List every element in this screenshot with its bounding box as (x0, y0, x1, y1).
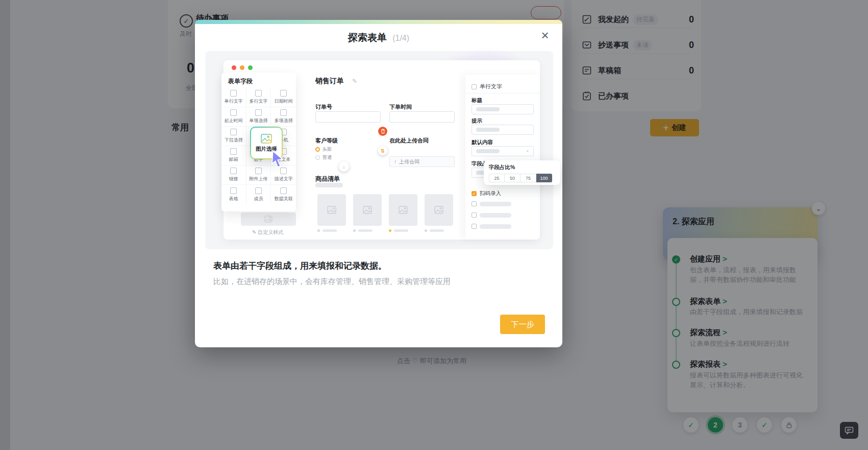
pencil-icon: ✎ (252, 229, 256, 235)
modal-step-indicator: (1/4) (392, 34, 409, 42)
props-select: ⌄ (472, 146, 534, 156)
field-type-item: 多项选择 (271, 107, 296, 127)
field-type-item: 表格 (221, 185, 246, 204)
dot (317, 229, 320, 232)
field-type-item: 日期时间 (271, 88, 296, 107)
field-type-label: 附件上传 (249, 176, 267, 182)
props-header-label: 单行文字 (480, 83, 502, 90)
close-icon[interactable]: × (537, 27, 553, 43)
image-icon (399, 206, 408, 214)
props-header: 单行文字 (472, 83, 502, 90)
field-type-label: 起止时间 (225, 117, 243, 124)
field-type-item: 成员 (246, 185, 271, 204)
scan-entry-row: ✓ 扫码录入 (472, 190, 501, 197)
skeleton-line (358, 229, 373, 232)
stacked-card-bar (241, 212, 296, 226)
field-properties-panel: 单行文字 标题 提示 默认内容 ⌄ 字段占比 ✓ 扫码录入 (465, 75, 540, 240)
next-step-button[interactable]: 下一步 (500, 315, 545, 334)
field-type-icon (255, 90, 262, 97)
props-input (472, 125, 534, 135)
props-label-default: 默认内容 (472, 139, 493, 146)
field-type-icon (255, 187, 262, 194)
modal-gradient-bar (195, 20, 562, 24)
checked-checkbox-icon: ✓ (472, 191, 477, 196)
image-icon (264, 216, 272, 223)
red-dot (232, 65, 236, 70)
field-type-label: 成员 (254, 196, 263, 202)
custom-style-label: 自定义样式 (258, 229, 283, 235)
product-card (425, 194, 453, 226)
skeleton-pill (476, 128, 500, 132)
dot (425, 229, 427, 232)
field-type-item: 单项选择 (246, 107, 271, 127)
radio-dot (315, 147, 320, 152)
divider (465, 93, 540, 93)
field-type-label: 邮箱 (229, 156, 238, 163)
field-type-icon (230, 90, 237, 97)
field-type-label: 数据关联 (275, 196, 293, 202)
field-type-label: 日期时间 (275, 98, 293, 105)
field-label-upload: 在此处上传合同 (389, 137, 429, 145)
product-meta (317, 229, 337, 232)
image-icon (327, 206, 336, 214)
pencil-icon: ✎ (352, 78, 357, 85)
custom-style-link: ✎ 自定义样式 (252, 229, 283, 236)
field-type-label: 单项选择 (249, 117, 267, 124)
product-card (389, 194, 417, 226)
field-type-item: 起止时间 (221, 107, 246, 127)
modal-description-title: 表单由若干字段组成，用来填报和记录数据。 (213, 260, 387, 272)
field-label-order-time: 下单时间 (389, 103, 412, 111)
field-type-item: 邮箱 (221, 146, 246, 165)
props-label-title: 标题 (472, 97, 482, 104)
skeleton-pill (476, 107, 500, 111)
skeleton-line (430, 229, 444, 232)
field-type-item: 单行文字 (221, 88, 246, 107)
ratio-option: 25 (489, 174, 505, 182)
radio-unselected: 普通 (315, 154, 332, 161)
checkbox-icon (472, 224, 477, 229)
field-type-label: 多行文字 (249, 98, 267, 105)
field-type-item: 数据关联 (271, 185, 296, 204)
field-type-label: 表格 (229, 196, 238, 202)
radio-label: 头部 (323, 146, 332, 153)
field-type-icon (230, 148, 237, 155)
dot-highlight (389, 229, 391, 232)
image-icon (363, 206, 372, 214)
upload-button-label: 上传合同 (399, 158, 419, 165)
product-meta (389, 229, 408, 232)
field-type-label: 链接 (229, 176, 238, 182)
order-time-input (389, 111, 455, 123)
field-type-icon (255, 109, 262, 116)
field-type-icon (280, 90, 287, 97)
image-select-icon (261, 134, 272, 144)
skeleton-pill (480, 202, 511, 206)
screen: ✓ 待办事项 及时 0 全部 我发起的 待完善 0 抄送事项 未读 0 (0, 0, 868, 450)
swap-icon: ⇅ (381, 148, 385, 154)
field-label-order-no: 订单号 (315, 103, 332, 111)
option-row (472, 212, 511, 218)
ratio-option-selected: 100 (536, 174, 552, 182)
orange-dot (240, 65, 244, 70)
upload-box: ↑ 上传合同 (389, 156, 455, 167)
field-type-item: 多行文字 (246, 88, 271, 107)
field-type-icon (280, 187, 287, 194)
trash-icon (381, 129, 385, 134)
chevron-down-icon: ⌄ (526, 147, 530, 153)
image-icon (434, 206, 443, 214)
field-label-customer-level: 客户等级 (315, 137, 338, 145)
checkbox-icon (472, 212, 477, 218)
props-input (472, 104, 534, 114)
skeleton-pill (476, 149, 500, 153)
field-type-icon (230, 109, 237, 116)
product-meta (353, 229, 373, 232)
down-arrow-badge: ↓ (339, 161, 349, 172)
ratio-popup: 字段占比% 25 50 75 100 (484, 160, 560, 185)
skeleton-line (394, 229, 408, 232)
onboarding-modal: 探索表单 (1/4) × 销售订单 ✎ 订单号 下单时间 (195, 20, 562, 347)
field-type-label: 单行文字 (225, 98, 243, 105)
dot (353, 229, 356, 232)
checkbox-icon (472, 201, 477, 206)
down-arrow-icon: ↓ (343, 164, 345, 170)
field-type-icon (230, 168, 237, 174)
ratio-option: 75 (520, 174, 536, 182)
